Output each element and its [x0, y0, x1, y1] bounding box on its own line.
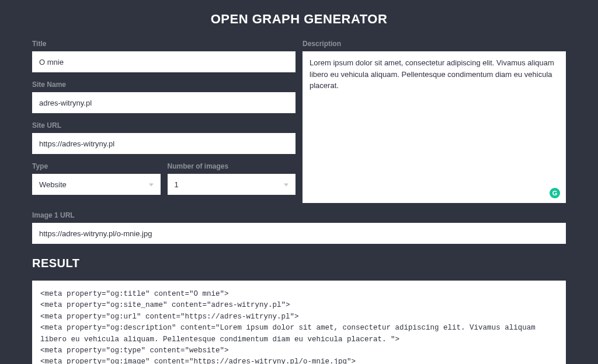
page-title: OPEN GRAPH GENERATOR	[32, 12, 566, 27]
type-select[interactable]: Website	[32, 174, 161, 195]
image1-input[interactable]	[32, 223, 566, 244]
sitename-label: Site Name	[32, 80, 295, 89]
image1-label: Image 1 URL	[32, 211, 566, 219]
title-label: Title	[32, 40, 295, 48]
title-input[interactable]	[32, 51, 295, 72]
sitename-input[interactable]	[32, 92, 295, 113]
numimages-select[interactable]: 1	[168, 174, 296, 195]
result-heading: RESULT	[32, 257, 566, 270]
siteurl-label: Site URL	[32, 121, 295, 130]
result-code[interactable]: <meta property="og:title" content="O mni…	[32, 281, 566, 364]
type-label: Type	[32, 162, 161, 170]
description-textarea[interactable]	[303, 51, 566, 203]
numimages-label: Number of images	[168, 162, 296, 170]
description-label: Description	[303, 40, 566, 48]
grammarly-icon[interactable]: G	[550, 188, 560, 198]
siteurl-input[interactable]	[32, 133, 295, 154]
